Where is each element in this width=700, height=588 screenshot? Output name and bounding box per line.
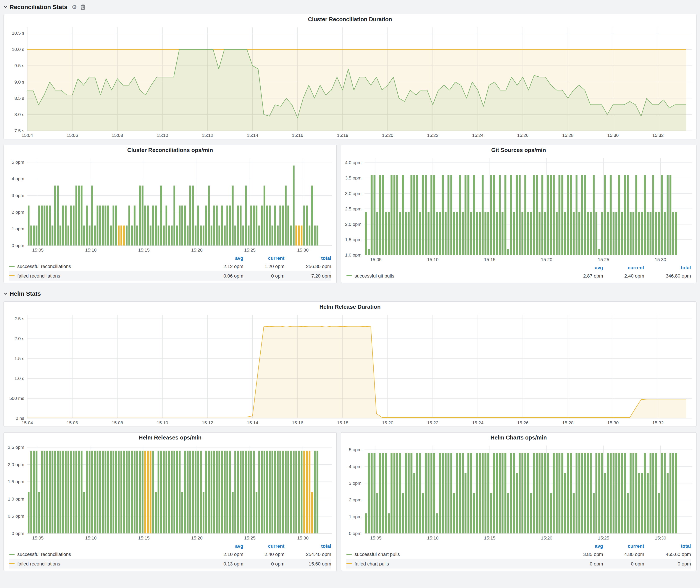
series-label[interactable]: successful chart pulls: [355, 552, 562, 557]
panel-title[interactable]: Git Sources ops/min: [341, 145, 696, 155]
svg-text:15:28: 15:28: [562, 133, 574, 138]
series-label[interactable]: failed reconciliations: [17, 273, 202, 278]
row-title[interactable]: Helm Stats: [10, 290, 41, 297]
legend-sort-current[interactable]: current: [243, 255, 284, 260]
svg-text:3 opm: 3 opm: [349, 481, 361, 486]
svg-text:4 opm: 4 opm: [349, 464, 361, 469]
gear-icon[interactable]: ⚙: [72, 4, 77, 10]
series-color-swatch: [346, 554, 352, 555]
panel-title[interactable]: Cluster Reconciliations ops/min: [4, 145, 336, 155]
legend-sort-total[interactable]: total: [644, 265, 691, 270]
legend-sort-total[interactable]: total: [284, 543, 331, 548]
legend-sort-current[interactable]: current: [243, 543, 284, 548]
svg-text:15:04: 15:04: [22, 133, 33, 138]
series-avg: 3.85 opm: [562, 552, 603, 557]
legend-row: failed reconciliations 0.13 opm 0 opm 15…: [9, 559, 331, 569]
series-total: 7.20 opm: [284, 273, 331, 278]
cluster-duration-chart[interactable]: 10.5 s10.0 s9.5 s9.0 s8.5 s8.0 s7.5 s15:…: [4, 25, 696, 139]
series-total: 465.60 opm: [644, 552, 691, 557]
panel-title[interactable]: Helm Releases ops/min: [4, 433, 336, 443]
chevron-down-icon[interactable]: [3, 291, 8, 296]
panel-git-sources-ops: Git Sources ops/min 4.0 opm3.5 opm3.0 op…: [341, 145, 697, 283]
series-current: 0 opm: [603, 561, 644, 566]
panel-title[interactable]: Helm Release Duration: [4, 302, 696, 312]
svg-text:5 opm: 5 opm: [12, 160, 24, 165]
series-color-swatch: [346, 563, 352, 564]
legend-sort-avg[interactable]: avg: [202, 255, 243, 260]
svg-text:8.5 s: 8.5 s: [14, 96, 24, 101]
svg-text:2.0 opm: 2.0 opm: [8, 462, 24, 467]
cluster-ops-chart[interactable]: 5 opm4 opm3 opm2 opm1 opm0 opm15:0515:10…: [4, 155, 336, 254]
legend-sort-total[interactable]: total: [644, 543, 691, 548]
panel-cluster-reconciliation-duration: Cluster Reconciliation Duration 10.5 s10…: [3, 14, 697, 139]
svg-text:15:10: 15:10: [85, 247, 97, 252]
helm-releases-chart[interactable]: 2.5 opm2.0 opm1.5 opm1.0 opm0.5 opm0 opm…: [4, 443, 336, 542]
svg-text:15:22: 15:22: [427, 133, 439, 138]
svg-text:8.0 s: 8.0 s: [14, 112, 24, 117]
svg-text:3 opm: 3 opm: [12, 193, 24, 198]
svg-text:15:16: 15:16: [292, 420, 303, 425]
series-current: 2.40 opm: [243, 552, 284, 557]
legend-header: avg current total: [9, 254, 331, 262]
svg-text:15:18: 15:18: [337, 420, 348, 425]
series-label[interactable]: successful reconciliations: [17, 264, 202, 269]
chevron-down-icon[interactable]: [3, 5, 8, 9]
legend-sort-avg[interactable]: avg: [202, 543, 243, 548]
trash-icon[interactable]: [81, 4, 85, 10]
legend-sort-current[interactable]: current: [603, 543, 644, 548]
svg-text:15:32: 15:32: [652, 133, 664, 138]
svg-text:15:25: 15:25: [598, 535, 609, 540]
svg-text:15:06: 15:06: [67, 420, 78, 425]
svg-text:0 opm: 0 opm: [12, 531, 24, 536]
helm-duration-chart[interactable]: 2.5 s2.0 s1.5 s1.0 s500 ms0 ns15:0415:06…: [4, 312, 696, 426]
svg-text:15:26: 15:26: [517, 133, 529, 138]
series-label[interactable]: failed reconciliations: [17, 561, 202, 566]
svg-text:15:16: 15:16: [292, 133, 303, 138]
panel-cluster-reconciliations-ops: Cluster Reconciliations ops/min 5 opm4 o…: [3, 145, 337, 283]
legend-row: failed chart pulls 0 opm 0 opm 0 opm: [346, 559, 691, 569]
legend-sort-avg[interactable]: avg: [562, 265, 603, 270]
series-label[interactable]: successful reconciliations: [17, 552, 202, 557]
svg-text:15:20: 15:20: [382, 420, 394, 425]
svg-text:15:06: 15:06: [67, 133, 78, 138]
series-label[interactable]: successful git pulls: [355, 273, 562, 278]
panel-helm-release-duration: Helm Release Duration 2.5 s2.0 s1.5 s1.0…: [3, 301, 697, 427]
svg-text:15:25: 15:25: [598, 257, 609, 262]
svg-text:7.5 s: 7.5 s: [14, 128, 24, 133]
svg-text:15:10: 15:10: [157, 133, 168, 138]
legend-header: avg current total: [346, 542, 691, 549]
svg-text:3.0 opm: 3.0 opm: [345, 191, 361, 196]
svg-text:4 opm: 4 opm: [12, 176, 24, 181]
row-title[interactable]: Reconciliation Stats: [10, 3, 68, 10]
helm-charts-chart[interactable]: 5 opm4 opm3 opm2 opm1 opm0 opm15:0515:10…: [341, 443, 696, 542]
svg-text:15:12: 15:12: [202, 420, 213, 425]
series-avg: 2.87 opm: [562, 273, 603, 278]
svg-text:15:08: 15:08: [112, 420, 123, 425]
svg-text:15:26: 15:26: [517, 420, 529, 425]
svg-text:15:30: 15:30: [297, 247, 309, 252]
svg-text:15:10: 15:10: [157, 420, 168, 425]
svg-text:15:10: 15:10: [85, 535, 97, 540]
legend-row: successful git pulls 2.87 opm 2.40 opm 3…: [346, 271, 691, 281]
legend-sort-avg[interactable]: avg: [562, 543, 603, 548]
git-sources-chart[interactable]: 4.0 opm3.5 opm3.0 opm2.5 opm2.0 opm1.5 o…: [341, 155, 696, 263]
legend-sort-total[interactable]: total: [284, 255, 331, 260]
legend: avg current total successful chart pulls…: [341, 542, 696, 571]
svg-text:0.5 opm: 0.5 opm: [8, 514, 24, 519]
panel-title[interactable]: Helm Charts ops/min: [341, 433, 696, 443]
series-color-swatch: [9, 554, 15, 555]
svg-text:500 ms: 500 ms: [9, 396, 24, 401]
svg-text:15:28: 15:28: [562, 420, 574, 425]
panel-helm-releases-ops: Helm Releases ops/min 2.5 opm2.0 opm1.5 …: [3, 432, 337, 571]
series-label[interactable]: failed chart pulls: [355, 561, 562, 566]
legend-sort-current[interactable]: current: [603, 265, 644, 270]
svg-text:2.5 opm: 2.5 opm: [8, 445, 24, 450]
svg-text:15:14: 15:14: [247, 420, 258, 425]
svg-text:15:15: 15:15: [138, 535, 150, 540]
svg-text:15:12: 15:12: [202, 133, 213, 138]
series-avg: 0.13 opm: [202, 561, 243, 566]
series-total: 256.80 opm: [284, 264, 331, 269]
panel-row: Cluster Reconciliations ops/min 5 opm4 o…: [3, 145, 697, 283]
row-header-reconciliation-stats: Reconciliation Stats ⚙: [3, 2, 697, 12]
panel-title[interactable]: Cluster Reconciliation Duration: [4, 14, 696, 25]
